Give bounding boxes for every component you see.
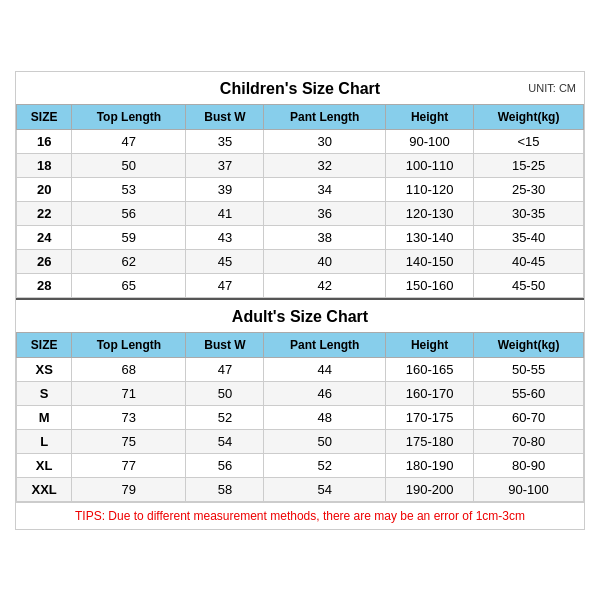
- children-header-row: SIZE Top Length Bust W Pant Length Heigh…: [17, 104, 584, 129]
- table-cell: XXL: [17, 477, 72, 501]
- table-cell: 46: [264, 381, 386, 405]
- table-cell: 60-70: [474, 405, 584, 429]
- table-row: 18503732100-11015-25: [17, 153, 584, 177]
- table-cell: 44: [264, 357, 386, 381]
- col-header-height-c: Height: [386, 104, 474, 129]
- table-cell: <15: [474, 129, 584, 153]
- table-row: XL775652180-19080-90: [17, 453, 584, 477]
- table-row: 22564136120-13030-35: [17, 201, 584, 225]
- table-row: 24594338130-14035-40: [17, 225, 584, 249]
- table-cell: M: [17, 405, 72, 429]
- col-header-bust-a: Bust W: [186, 332, 264, 357]
- table-cell: 56: [186, 453, 264, 477]
- table-cell: 50: [264, 429, 386, 453]
- children-section-title: Children's Size Chart UNIT: CM: [16, 72, 584, 104]
- col-header-pant-c: Pant Length: [264, 104, 386, 129]
- table-cell: 24: [17, 225, 72, 249]
- table-cell: 34: [264, 177, 386, 201]
- col-header-weight-c: Weight(kg): [474, 104, 584, 129]
- table-row: 26624540140-15040-45: [17, 249, 584, 273]
- table-cell: 120-130: [386, 201, 474, 225]
- table-cell: 62: [72, 249, 186, 273]
- table-cell: 56: [72, 201, 186, 225]
- table-row: XXL795854190-20090-100: [17, 477, 584, 501]
- unit-label: UNIT: CM: [528, 82, 576, 94]
- col-header-size-c: SIZE: [17, 104, 72, 129]
- table-cell: 35-40: [474, 225, 584, 249]
- col-header-bust-c: Bust W: [186, 104, 264, 129]
- table-cell: 45: [186, 249, 264, 273]
- table-row: 28654742150-16045-50: [17, 273, 584, 297]
- table-cell: S: [17, 381, 72, 405]
- table-cell: 43: [186, 225, 264, 249]
- table-cell: 190-200: [386, 477, 474, 501]
- table-cell: 28: [17, 273, 72, 297]
- table-cell: 59: [72, 225, 186, 249]
- table-cell: 45-50: [474, 273, 584, 297]
- table-cell: 160-165: [386, 357, 474, 381]
- table-cell: 52: [264, 453, 386, 477]
- table-cell: 30: [264, 129, 386, 153]
- table-row: 1647353090-100<15: [17, 129, 584, 153]
- table-cell: 47: [186, 357, 264, 381]
- table-cell: 100-110: [386, 153, 474, 177]
- table-cell: 36: [264, 201, 386, 225]
- table-cell: 150-160: [386, 273, 474, 297]
- table-cell: 15-25: [474, 153, 584, 177]
- table-row: 20533934110-12025-30: [17, 177, 584, 201]
- table-cell: 48: [264, 405, 386, 429]
- table-cell: 39: [186, 177, 264, 201]
- table-cell: 110-120: [386, 177, 474, 201]
- table-cell: 77: [72, 453, 186, 477]
- adult-size-table: SIZE Top Length Bust W Pant Length Heigh…: [16, 332, 584, 502]
- adult-header-row: SIZE Top Length Bust W Pant Length Heigh…: [17, 332, 584, 357]
- table-cell: 180-190: [386, 453, 474, 477]
- adult-title-text: Adult's Size Chart: [232, 308, 368, 325]
- table-cell: 37: [186, 153, 264, 177]
- table-cell: 75: [72, 429, 186, 453]
- table-cell: 80-90: [474, 453, 584, 477]
- table-cell: 71: [72, 381, 186, 405]
- table-cell: 53: [72, 177, 186, 201]
- table-cell: 42: [264, 273, 386, 297]
- children-title-text: Children's Size Chart: [220, 80, 380, 97]
- col-header-top-length-c: Top Length: [72, 104, 186, 129]
- table-cell: 25-30: [474, 177, 584, 201]
- table-cell: 58: [186, 477, 264, 501]
- table-cell: 47: [72, 129, 186, 153]
- table-cell: 26: [17, 249, 72, 273]
- table-cell: 52: [186, 405, 264, 429]
- table-cell: 47: [186, 273, 264, 297]
- table-cell: XL: [17, 453, 72, 477]
- table-row: M735248170-17560-70: [17, 405, 584, 429]
- adult-section-title: Adult's Size Chart: [16, 298, 584, 332]
- table-cell: 16: [17, 129, 72, 153]
- table-row: XS684744160-16550-55: [17, 357, 584, 381]
- table-cell: 18: [17, 153, 72, 177]
- table-cell: 40: [264, 249, 386, 273]
- table-cell: 54: [264, 477, 386, 501]
- table-cell: 170-175: [386, 405, 474, 429]
- col-header-height-a: Height: [386, 332, 474, 357]
- size-chart-container: Children's Size Chart UNIT: CM SIZE Top …: [15, 71, 585, 530]
- table-cell: 30-35: [474, 201, 584, 225]
- table-cell: 22: [17, 201, 72, 225]
- col-header-pant-a: Pant Length: [264, 332, 386, 357]
- col-header-size-a: SIZE: [17, 332, 72, 357]
- table-row: S715046160-17055-60: [17, 381, 584, 405]
- table-cell: 20: [17, 177, 72, 201]
- table-cell: 90-100: [386, 129, 474, 153]
- table-cell: 50-55: [474, 357, 584, 381]
- table-cell: 90-100: [474, 477, 584, 501]
- table-cell: 130-140: [386, 225, 474, 249]
- table-cell: 70-80: [474, 429, 584, 453]
- table-cell: 160-170: [386, 381, 474, 405]
- table-cell: 50: [186, 381, 264, 405]
- col-header-top-length-a: Top Length: [72, 332, 186, 357]
- table-cell: 73: [72, 405, 186, 429]
- tips-text: TIPS: Due to different measurement metho…: [16, 502, 584, 529]
- table-cell: 79: [72, 477, 186, 501]
- table-cell: 54: [186, 429, 264, 453]
- table-row: L755450175-18070-80: [17, 429, 584, 453]
- table-cell: 65: [72, 273, 186, 297]
